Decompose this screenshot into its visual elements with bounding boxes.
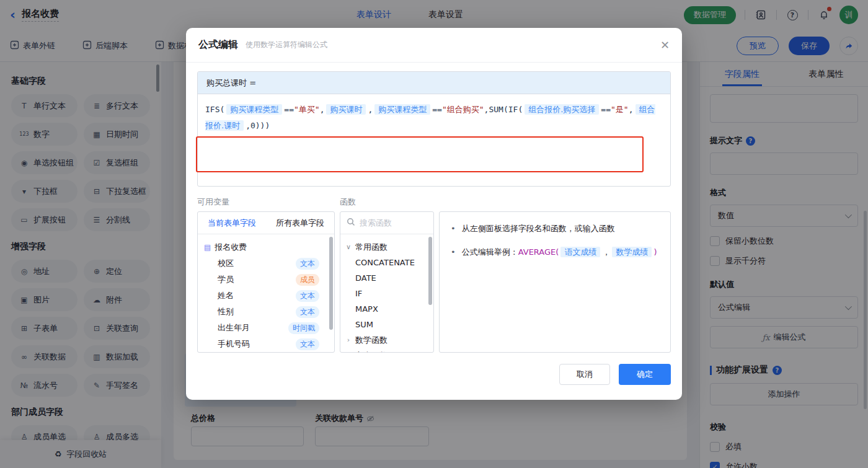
- formula-help-panel: •从左侧面板选择字段名和函数，或输入函数 •公式编辑举例：AVERAGE(语文成…: [439, 211, 671, 353]
- variable-row-姓名[interactable]: 姓名文本: [204, 288, 328, 304]
- formula-result-label: 购买总课时 =: [198, 72, 670, 94]
- formula-field-chip[interactable]: 组合报价.购买选择: [525, 104, 599, 115]
- formula-token: ==: [601, 105, 611, 114]
- confirm-button[interactable]: 确定: [619, 364, 671, 385]
- close-icon[interactable]: ✕: [660, 38, 670, 51]
- variable-type-badge: 文本: [296, 306, 319, 318]
- formula-token: ==: [284, 105, 294, 114]
- formula-token: ,0))): [246, 121, 270, 130]
- function-item-DATE[interactable]: DATE: [345, 270, 428, 286]
- tip-line1: 从左侧面板选择字段名和函数，或输入函数: [462, 222, 615, 236]
- formula-token: ,SUM(IF(: [484, 105, 523, 114]
- variable-name: 校区: [218, 258, 296, 269]
- formula-editor[interactable]: 购买总课时 = IFS(购买课程类型=="单买",购买课时,购买课程类型=="组…: [197, 71, 671, 187]
- caret-right-icon: ›: [345, 351, 352, 353]
- formula-field-chip[interactable]: 购买课程类型: [374, 104, 430, 115]
- formula-token: ,: [629, 105, 634, 114]
- function-item-IF[interactable]: IF: [345, 286, 428, 301]
- example-field-chip: 语文成绩: [560, 247, 600, 257]
- variables-panel: 当前表单字段 所有表单字段 ▤ 报名收费 校区文本学员成员姓名文本性别文本出生年…: [197, 211, 335, 353]
- variable-row-性别[interactable]: 性别文本: [204, 304, 328, 320]
- form-doc-icon: ▤: [204, 243, 211, 252]
- function-item-CONCATENATE[interactable]: CONCATENATE: [345, 255, 428, 270]
- caret-right-icon: ›: [345, 336, 352, 344]
- tab-current-form-fields[interactable]: 当前表单字段: [198, 212, 266, 234]
- modal-subtitle: 使用数学运算符编辑公式: [246, 40, 327, 50]
- function-item-SUM[interactable]: SUM: [345, 317, 428, 332]
- formula-token: ==: [432, 105, 442, 114]
- variable-type-badge: 文本: [296, 258, 319, 270]
- variables-root[interactable]: ▤ 报名收费: [204, 239, 328, 255]
- functions-panel: ∨常用函数CONCATENATEDATEIFMAPXSUM›数学函数›文本函数: [340, 211, 434, 353]
- caret-down-icon: ∨: [345, 243, 352, 251]
- search-functions-input[interactable]: [360, 218, 422, 227]
- example-field-chip: 数学成绩: [612, 247, 652, 257]
- function-group-常用函数[interactable]: ∨常用函数: [345, 239, 428, 255]
- formula-token: ,: [368, 105, 373, 114]
- formula-token: "组合购买": [442, 105, 484, 114]
- variable-type-badge: 文本: [296, 338, 319, 350]
- variable-name: 学员: [218, 274, 296, 285]
- formula-token: "单买": [294, 105, 320, 114]
- formula-text[interactable]: IFS(购买课程类型=="单买",购买课时,购买课程类型=="组合购买",SUM…: [198, 94, 670, 141]
- variable-row-出生年月[interactable]: 出生年月时间戳: [204, 320, 328, 336]
- variables-scrollbar[interactable]: [329, 237, 333, 330]
- function-group-label: 文本函数: [355, 350, 388, 353]
- function-group-label: 常用函数: [355, 242, 388, 253]
- example-token: ): [653, 247, 657, 257]
- formula-token: IFS(: [205, 105, 224, 114]
- variable-name: 出生年月: [218, 322, 288, 333]
- variable-type-badge: 时间戳: [288, 322, 319, 334]
- example-token: ，: [602, 247, 610, 257]
- formula-editor-modal: 公式编辑 使用数学运算符编辑公式 ✕ 购买总课时 = IFS(购买课程类型=="…: [186, 28, 682, 400]
- formula-token: "是": [611, 105, 629, 114]
- functions-scrollbar[interactable]: [428, 237, 432, 305]
- variable-name: 手机号码: [218, 338, 296, 350]
- variable-name: 姓名: [218, 290, 296, 301]
- formula-field-chip[interactable]: 购买课程类型: [226, 104, 282, 115]
- tip-line2: 公式编辑举例：AVERAGE(语文成绩，数学成绩): [462, 245, 657, 259]
- example-token: AVERAGE(: [518, 247, 559, 257]
- tab-all-form-fields[interactable]: 所有表单字段: [266, 212, 334, 234]
- function-group-文本函数[interactable]: ›文本函数: [345, 348, 428, 353]
- variables-label: 可用变量: [197, 196, 340, 208]
- variable-row-校区[interactable]: 校区文本: [204, 255, 328, 272]
- function-item-MAPX[interactable]: MAPX: [345, 301, 428, 317]
- variable-row-手机号码[interactable]: 手机号码文本: [204, 336, 328, 352]
- search-icon: [347, 218, 355, 228]
- variable-type-badge: 文本: [296, 290, 319, 302]
- cancel-button[interactable]: 取消: [559, 364, 610, 385]
- modal-title: 公式编辑: [198, 38, 238, 51]
- function-group-label: 数学函数: [355, 335, 388, 346]
- variable-name: 性别: [218, 306, 296, 317]
- variable-row-学员[interactable]: 学员成员: [204, 272, 328, 288]
- functions-label: 函数: [340, 196, 439, 208]
- formula-token: ,: [320, 105, 325, 114]
- function-group-数学函数[interactable]: ›数学函数: [345, 332, 428, 348]
- variable-type-badge: 成员: [296, 274, 319, 286]
- formula-field-chip[interactable]: 购买课时: [326, 104, 366, 115]
